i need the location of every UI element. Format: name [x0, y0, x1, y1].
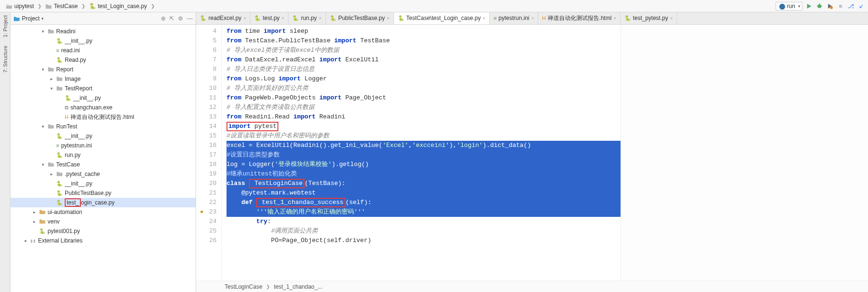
- tree-item[interactable]: ⧉shangchuan.exe: [10, 103, 196, 112]
- code-line[interactable]: # 导入excel类便于读取excel中的数据: [227, 46, 621, 55]
- tree-item[interactable]: ▾TestCase: [10, 160, 196, 169]
- expander-icon[interactable]: ▾: [40, 67, 46, 72]
- expander-icon[interactable]: ▾: [40, 162, 46, 167]
- status-crumb-item[interactable]: test_1_chandao_...: [274, 283, 322, 290]
- rail-structure[interactable]: 7: Structure: [2, 46, 8, 73]
- tree-item[interactable]: ▸Image: [10, 74, 196, 84]
- editor-tab[interactable]: 🐍test_pytest.py×: [621, 12, 677, 24]
- run-config-dropdown[interactable]: ⬤ run: [776, 2, 802, 10]
- code-line[interactable]: #调用页面公共类: [227, 226, 621, 236]
- preview-column: [621, 25, 868, 281]
- code-line[interactable]: excel = ExcelUtil(Readini().get_ini_valu…: [227, 141, 621, 150]
- tree-item[interactable]: ▸⫾⫾External Libraries: [10, 236, 196, 245]
- code-line[interactable]: from Readini.Read import Readini: [227, 112, 621, 122]
- vcs-branch-icon[interactable]: ⎇: [847, 2, 855, 10]
- code-line[interactable]: from time import sleep: [227, 27, 621, 36]
- tree-item[interactable]: 🐍__init__.py: [10, 93, 196, 103]
- code-line[interactable]: import pytest: [227, 122, 621, 131]
- close-icon[interactable]: ×: [483, 16, 485, 21]
- expander-icon[interactable]: ▸: [49, 172, 54, 176]
- close-icon[interactable]: ×: [387, 16, 390, 21]
- code-line[interactable]: # 导入配置文件类读取公共数据: [227, 103, 621, 112]
- code-line[interactable]: try:: [227, 217, 621, 226]
- tree-item[interactable]: ▾Readini: [10, 27, 196, 36]
- tree-item[interactable]: ≡read.ini: [10, 46, 196, 55]
- tree-item[interactable]: 🐍test_ogin_case.py: [10, 198, 196, 207]
- editor-tab[interactable]: 🐍run.py×: [288, 12, 326, 24]
- tree-item[interactable]: 🐍Read.py: [10, 55, 196, 65]
- close-icon[interactable]: ×: [243, 16, 246, 21]
- code-line[interactable]: log = Logger('登录模块结果校验').getlog(): [227, 160, 621, 169]
- expander-icon[interactable]: ▾: [49, 86, 54, 91]
- tree-item[interactable]: 🐍__init__.py: [10, 131, 196, 141]
- gear-icon[interactable]: ⚙: [178, 15, 183, 22]
- close-icon[interactable]: ×: [613, 16, 616, 21]
- tree-label: PublicTestBase.py: [65, 190, 111, 196]
- dropdown-icon[interactable]: ▾: [41, 16, 44, 21]
- tab-label: TestCase\test_Login_case.py: [406, 15, 481, 21]
- editor-tab[interactable]: 🐍readExcel.py×: [196, 12, 250, 24]
- code-line[interactable]: def test_1_chandao_success(self):: [227, 198, 621, 207]
- status-crumb-item[interactable]: TestLoginCase: [225, 283, 262, 290]
- close-icon[interactable]: ×: [282, 16, 285, 21]
- expander-icon[interactable]: ▾: [40, 124, 46, 129]
- tree-item[interactable]: 🐍pytest001.py: [10, 226, 196, 236]
- code-line[interactable]: from Logs.Log import Logger: [227, 74, 621, 84]
- editor-tab[interactable]: H禅道自动化测试报告.html×: [538, 12, 621, 24]
- expander-icon[interactable]: ▸: [31, 219, 37, 224]
- vcs-update-icon[interactable]: ↙: [858, 2, 865, 10]
- code-line[interactable]: @pytest.mark.webtest: [227, 188, 621, 198]
- breadcrumb-item[interactable]: uipytest: [3, 2, 37, 10]
- py-icon: 🐍: [292, 15, 299, 21]
- code-line[interactable]: # 导入页面封装好的页公共类: [227, 84, 621, 93]
- code-line[interactable]: class TestLoginCase(TestBase):: [227, 179, 621, 188]
- breadcrumbs: uipytest ❯ TestCase ❯ 🐍 test_Login_case.…: [3, 2, 155, 10]
- tree-item[interactable]: ▸venv: [10, 217, 196, 226]
- code-line[interactable]: # 导入日志类便于设置日志信息: [227, 65, 621, 74]
- tree-item[interactable]: H禅道自动化测试报告.html: [10, 112, 196, 122]
- tree-item[interactable]: ≡pytestrun.ini: [10, 141, 196, 150]
- stop-button[interactable]: ■: [837, 2, 844, 10]
- code-editor[interactable]: from time import sleepfrom TestCase.Publ…: [222, 25, 621, 281]
- tree-item[interactable]: 🐍__init__.py: [10, 179, 196, 188]
- tree-item[interactable]: 🐍run.py: [10, 150, 196, 160]
- editor-tab[interactable]: 🐍PublicTestBase.py×: [326, 12, 394, 24]
- close-icon[interactable]: ×: [319, 16, 322, 21]
- expander-icon[interactable]: ▸: [31, 210, 37, 214]
- dir-ex-icon: [39, 209, 46, 216]
- collapse-all-icon[interactable]: ⇱: [169, 15, 174, 22]
- editor-tab[interactable]: ≡pytestrun.ini×: [490, 12, 538, 24]
- expander-icon[interactable]: ▸: [49, 77, 54, 81]
- code-line[interactable]: PO=Page_Object(self.driver): [227, 236, 621, 245]
- code-line[interactable]: '''输入正确的用户名和正确的密码''': [227, 207, 621, 217]
- code-line[interactable]: from DataExcel.readExcel import ExcelUti…: [227, 55, 621, 65]
- debug-button[interactable]: [816, 2, 823, 10]
- expander-icon[interactable]: ▾: [40, 29, 46, 34]
- breadcrumb-item[interactable]: TestCase: [42, 2, 80, 10]
- tree-label: 禅道自动化测试报告.html: [70, 113, 134, 121]
- tree-item[interactable]: ▾RunTest: [10, 122, 196, 131]
- code-line[interactable]: #设置日志类型参数: [227, 150, 621, 160]
- run-coverage-button[interactable]: [826, 2, 834, 10]
- tree-item[interactable]: ▾TestReport: [10, 84, 196, 93]
- code-line[interactable]: #继承unittest初始化类: [227, 169, 621, 179]
- tree-item[interactable]: ▾Report: [10, 65, 196, 74]
- editor-tab[interactable]: 🐍TestCase\test_Login_case.py×: [394, 12, 490, 25]
- close-icon[interactable]: ×: [531, 16, 534, 21]
- run-button[interactable]: [805, 2, 813, 10]
- breadcrumb-item[interactable]: 🐍 test_Login_case.py: [86, 2, 149, 10]
- tree-item[interactable]: ▸ui-automation: [10, 207, 196, 217]
- hide-icon[interactable]: —: [187, 15, 193, 22]
- tree-item[interactable]: 🐍PublicTestBase.py: [10, 188, 196, 198]
- tree-item[interactable]: 🐍__init__.py: [10, 36, 196, 46]
- code-line[interactable]: #设置读取登录中用户名和密码的参数: [227, 131, 621, 141]
- scroll-from-source-icon[interactable]: ⊕: [161, 15, 166, 22]
- project-tree[interactable]: ▾Readini🐍__init__.py≡read.ini🐍Read.py▾Re…: [10, 25, 196, 292]
- code-line[interactable]: from TestCase.PublicTestBase import Test…: [227, 36, 621, 46]
- code-line[interactable]: from PageWeb.PageObjects import Page_Obj…: [227, 93, 621, 103]
- rail-project[interactable]: 1: Project: [2, 15, 8, 37]
- close-icon[interactable]: ×: [670, 16, 673, 21]
- expander-icon[interactable]: ▸: [23, 238, 29, 243]
- tree-item[interactable]: ▸.pytest_cache: [10, 169, 196, 179]
- editor-tab[interactable]: 🐍test.py×: [250, 12, 288, 24]
